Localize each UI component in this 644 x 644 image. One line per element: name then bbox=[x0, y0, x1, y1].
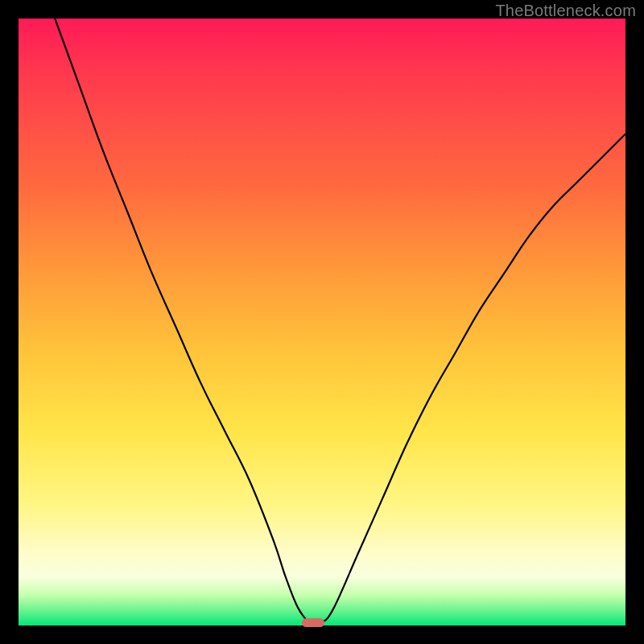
watermark-text: TheBottleneck.com bbox=[495, 2, 636, 20]
chart-frame: TheBottleneck.com bbox=[0, 0, 644, 644]
optimal-marker bbox=[302, 618, 324, 627]
chart-plot-area bbox=[19, 19, 625, 625]
